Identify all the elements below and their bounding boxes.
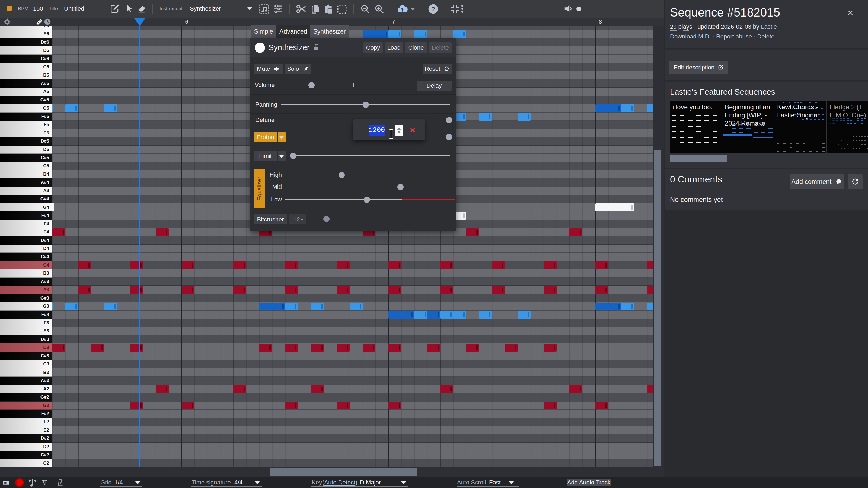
svg-text:?: ? [431, 5, 435, 12]
